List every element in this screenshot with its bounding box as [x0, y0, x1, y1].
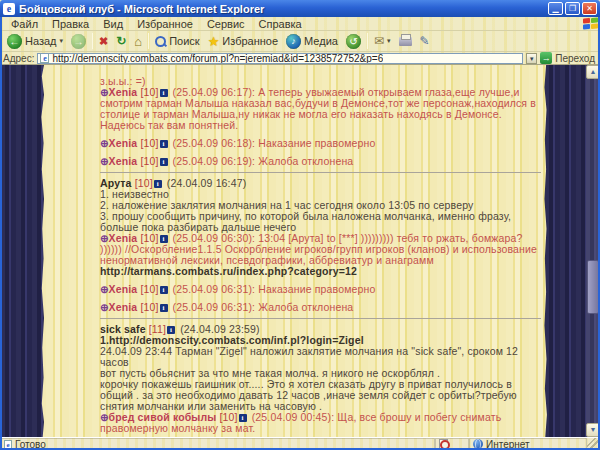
menu-help[interactable]: Справка: [252, 18, 309, 30]
info-icon[interactable]: i: [160, 235, 168, 243]
forum-reply: ⊕Xenia [10]i (25.04.09 06:17): А теперь …: [100, 87, 541, 131]
username-link[interactable]: Xenia: [109, 301, 138, 313]
stop-icon: ✖: [99, 35, 108, 48]
search-button[interactable]: Поиск: [151, 34, 203, 48]
menu-file[interactable]: Файл: [4, 18, 45, 30]
thread-body-line: 3. прошу сообщить причину, по которой бы…: [100, 211, 541, 233]
ie-app-icon: e: [3, 3, 15, 15]
window-title: Бойцовский клуб - Microsoft Internet Exp…: [19, 3, 548, 15]
thread-body-line: 24.04.09 23:44 Тарман "Zigel" наложил за…: [100, 346, 541, 368]
info-icon[interactable]: i: [239, 414, 247, 422]
info-icon[interactable]: i: [160, 140, 168, 148]
thread-divider: [100, 172, 541, 173]
search-icon: [155, 36, 166, 47]
minimize-button[interactable]: ▁: [548, 2, 563, 15]
media-icon: ♪: [286, 34, 301, 49]
toolbar-separator: [148, 33, 149, 49]
forward-icon: →: [71, 34, 86, 49]
forum-reply: ⊕Xenia [10]i (25.04.09 06:19): Жалоба от…: [100, 156, 541, 167]
print-icon: [399, 37, 412, 46]
stop-button[interactable]: ✖: [95, 34, 112, 49]
forum-reply: ⊕Xenia [10]i (25.04.09 06:31): Жалоба от…: [100, 302, 541, 313]
home-icon: ⌂: [134, 34, 142, 49]
forum-reply: ⊕бред сивой кобылы [10]i (25.04.09 00:45…: [100, 412, 541, 434]
forum-reply: ⊕Xenia [10]i (25.04.09 06:18): Наказание…: [100, 138, 541, 149]
address-url: http://demonscity.combats.com/forum.pl?n…: [52, 53, 383, 64]
username-link[interactable]: Xenia: [109, 283, 138, 295]
username-link[interactable]: Xenia: [109, 155, 138, 167]
home-button[interactable]: ⌂: [130, 33, 146, 50]
user-badge-icon: ⊕: [100, 138, 109, 149]
menu-bar: Файл Правка Вид Избранное Сервис Справка: [0, 17, 600, 31]
back-dropdown-icon[interactable]: ▾: [60, 37, 64, 45]
edit-icon: ✎: [420, 34, 430, 48]
back-icon: ←: [7, 34, 22, 49]
window-border: [0, 17, 2, 450]
windows-logo-icon: [583, 17, 598, 30]
menu-edit[interactable]: Правка: [45, 18, 96, 30]
favorites-button[interactable]: ★ Избранное: [204, 33, 282, 50]
browser-window: e Бойцовский клуб - Microsoft Internet E…: [0, 0, 600, 450]
close-button[interactable]: ✕: [582, 2, 597, 15]
media-button[interactable]: ♪ Медиа: [282, 33, 342, 50]
forum-reply: ⊕Xenia [10]i (25.04.09 06:31): Наказание…: [100, 284, 541, 295]
favorites-star-icon: ★: [208, 34, 220, 49]
user-badge-icon: ⊕: [100, 284, 109, 295]
thread-divider: [100, 318, 541, 319]
forum-posts: з.ы.ы.: =) ⊕Xenia [10]i (25.04.09 06:17)…: [100, 65, 541, 434]
username-link[interactable]: Xenia: [109, 137, 138, 149]
back-button[interactable]: ← Назад ▾: [3, 33, 67, 50]
edit-button[interactable]: ✎: [416, 33, 434, 49]
forum-reply: ⊕Xenia [10]i (25.04.09 06:30): 13:04 [Ар…: [100, 233, 541, 277]
info-icon[interactable]: i: [160, 89, 168, 97]
page-icon: e: [40, 53, 49, 63]
mail-dropdown-icon[interactable]: ▾: [387, 37, 391, 45]
page-right-border: [544, 65, 586, 437]
info-icon[interactable]: i: [167, 326, 175, 334]
info-icon[interactable]: i: [160, 158, 168, 166]
info-icon[interactable]: i: [160, 304, 168, 312]
address-input[interactable]: e http://demonscity.combats.com/forum.pl…: [37, 53, 523, 64]
forward-button[interactable]: →: [67, 33, 90, 50]
toolbar: ← Назад ▾ → ✖ ↻ ⌂ Поиск ★ Избранное ♪ Ме…: [0, 31, 600, 52]
refresh-icon: ↻: [116, 34, 126, 48]
go-arrow-icon: →: [540, 52, 552, 64]
page-viewport: з.ы.ы.: =) ⊕Xenia [10]i (25.04.09 06:17)…: [0, 65, 600, 437]
toolbar-separator: [92, 33, 93, 49]
history-icon: ↺: [346, 34, 361, 49]
menu-tools[interactable]: Сервис: [200, 18, 252, 30]
history-button[interactable]: ↺: [342, 33, 365, 50]
user-badge-icon: ⊕: [100, 156, 109, 167]
menu-view[interactable]: Вид: [96, 18, 130, 30]
refresh-button[interactable]: ↻: [112, 33, 130, 49]
menu-favorites[interactable]: Избранное: [130, 18, 200, 30]
toolbar-separator: [367, 33, 368, 49]
print-button[interactable]: [395, 36, 416, 47]
address-dropdown-icon[interactable]: ▼: [526, 53, 537, 64]
thread-body-line: корочку покажешь гаишник от..... Это я х…: [100, 379, 541, 412]
user-badge-icon: ⊕: [100, 302, 109, 313]
info-icon[interactable]: i: [154, 180, 162, 188]
mail-button[interactable]: ✉ ▾: [370, 33, 395, 49]
page-left-border: [0, 65, 44, 437]
title-bar[interactable]: e Бойцовский клуб - Microsoft Internet E…: [0, 0, 600, 17]
maximize-button[interactable]: ❐: [565, 2, 580, 15]
rules-link[interactable]: http://tarmans.combats.ru/index.php?cate…: [100, 265, 357, 277]
go-button[interactable]: → Переход: [540, 52, 597, 64]
mail-icon: ✉: [374, 34, 384, 48]
address-label: Адрес:: [3, 53, 34, 64]
address-bar: Адрес: e http://demonscity.combats.com/f…: [0, 52, 600, 65]
info-icon[interactable]: i: [160, 286, 168, 294]
